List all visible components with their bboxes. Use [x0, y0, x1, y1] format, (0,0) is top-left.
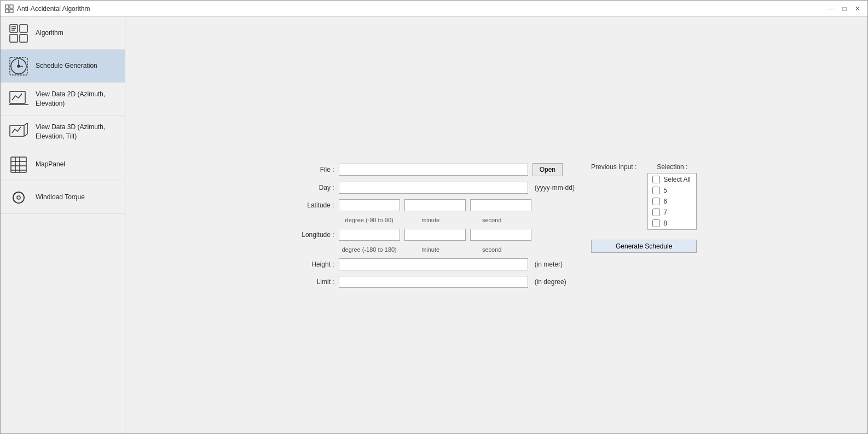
svg-rect-0 — [5, 5, 9, 8]
schedule-generation-icon — [7, 55, 30, 78]
sidebar-item-schedule-label: Schedule Generation — [36, 61, 97, 71]
limit-unit: (in degree) — [535, 278, 566, 286]
algorithm-icon — [7, 22, 30, 45]
close-button[interactable]: ✕ — [852, 3, 863, 14]
checkbox-7[interactable] — [652, 209, 660, 216]
checkbox-row-8: 8 — [652, 219, 692, 227]
file-label: File : — [296, 166, 334, 173]
minimize-button[interactable]: — — [826, 3, 837, 14]
sidebar-item-algorithm-label: Algorithm — [36, 28, 63, 38]
right-panel: Previous Input : Selection : Select All — [591, 163, 697, 253]
longitude-row: Longitude : — [296, 229, 575, 241]
content-area: Algorithm Schedule Generation — [1, 17, 867, 433]
sidebar-item-schedule-generation[interactable]: Schedule Generation — [1, 50, 125, 83]
window-title: Anti-Accidental Algorithm — [17, 5, 90, 13]
svg-rect-7 — [20, 34, 27, 42]
sidebar-item-windload-torque[interactable]: Windload Torque — [1, 181, 125, 214]
sidebar-item-view3d-label: View Data 3D (Azimuth, Elevation, Tilt) — [36, 123, 118, 141]
svg-point-29 — [17, 196, 20, 199]
form-and-selection: File : Open Day : (yyyy-mm-dd) Latitude … — [296, 163, 697, 288]
latitude-label: Latitude : — [296, 201, 334, 209]
lon-sec-sublabel: second — [461, 246, 523, 253]
select-all-label: Select All — [663, 176, 690, 183]
sidebar-item-view-data-2d[interactable]: View Data 2D (Azimuth, Elevation) — [1, 83, 125, 115]
height-input[interactable] — [339, 258, 528, 270]
lon-min-sublabel: minute — [400, 246, 461, 253]
height-row: Height : (in meter) — [296, 258, 575, 270]
selection-label: Selection : — [657, 163, 687, 171]
svg-rect-1 — [10, 5, 13, 8]
sidebar-item-map-label: MapPanel — [36, 160, 65, 169]
select-all-row: Select All — [652, 176, 692, 183]
checkbox-8-label: 8 — [663, 219, 667, 227]
view-data-3d-icon — [7, 120, 30, 143]
svg-line-20 — [24, 134, 27, 136]
selection-box: Select All 5 6 — [647, 173, 697, 230]
longitude-degree-input[interactable] — [339, 229, 400, 241]
file-input[interactable] — [339, 164, 528, 176]
lat-deg-sublabel: degree (-90 to 90) — [339, 217, 400, 223]
sidebar-item-view-data-3d[interactable]: View Data 3D (Azimuth, Elevation, Tilt) — [1, 115, 125, 148]
checkbox-7-label: 7 — [663, 209, 667, 216]
day-hint: (yyyy-mm-dd) — [535, 184, 575, 192]
main-window: Anti-Accidental Algorithm — □ ✕ — [0, 0, 868, 434]
main-panel: File : Open Day : (yyyy-mm-dd) Latitude … — [125, 17, 867, 433]
latitude-degree-input[interactable] — [339, 199, 400, 211]
select-all-checkbox[interactable] — [652, 176, 660, 183]
svg-rect-6 — [10, 34, 18, 42]
latitude-second-input[interactable] — [470, 199, 531, 211]
svg-line-19 — [24, 123, 27, 125]
limit-row: Limit : (in degree) — [296, 276, 575, 288]
sidebar: Algorithm Schedule Generation — [1, 17, 125, 433]
svg-rect-2 — [5, 9, 9, 13]
longitude-minute-input[interactable] — [404, 229, 466, 241]
sidebar-item-windload-label: Windload Torque — [36, 193, 85, 202]
latitude-minute-input[interactable] — [404, 199, 466, 211]
title-bar: Anti-Accidental Algorithm — □ ✕ — [1, 1, 867, 17]
app-icon — [5, 4, 14, 13]
form-fields: File : Open Day : (yyyy-mm-dd) Latitude … — [296, 163, 575, 288]
day-row: Day : (yyyy-mm-dd) — [296, 182, 575, 194]
checkbox-row-5: 5 — [652, 187, 692, 194]
day-label: Day : — [296, 184, 334, 192]
svg-rect-5 — [20, 25, 27, 32]
day-input[interactable] — [339, 182, 528, 194]
previous-input-label: Previous Input : — [591, 163, 642, 171]
checkbox-row-6: 6 — [652, 198, 692, 205]
open-button[interactable]: Open — [533, 163, 563, 176]
checkbox-row-7: 7 — [652, 209, 692, 216]
checkbox-6[interactable] — [652, 198, 660, 205]
longitude-sub-labels: degree (-180 to 180) minute second — [296, 246, 575, 253]
maximize-button[interactable]: □ — [839, 3, 850, 14]
checkbox-5-label: 5 — [663, 187, 667, 194]
lat-min-sublabel: minute — [400, 217, 461, 223]
map-panel-icon — [7, 153, 30, 176]
sidebar-item-view2d-label: View Data 2D (Azimuth, Elevation) — [36, 90, 118, 108]
checkbox-5[interactable] — [652, 187, 660, 194]
longitude-second-input[interactable] — [470, 229, 531, 241]
longitude-label: Longitude : — [296, 231, 334, 239]
limit-input[interactable] — [339, 276, 528, 288]
file-row: File : Open — [296, 163, 575, 176]
latitude-sub-labels: degree (-90 to 90) minute second — [296, 217, 575, 223]
sidebar-item-map-panel[interactable]: MapPanel — [1, 148, 125, 181]
height-unit: (in meter) — [535, 261, 563, 268]
windload-torque-icon — [7, 186, 30, 209]
latitude-row: Latitude : — [296, 199, 575, 211]
limit-label: Limit : — [296, 278, 334, 286]
height-label: Height : — [296, 261, 334, 268]
window-controls: — □ ✕ — [826, 3, 863, 14]
checkbox-8[interactable] — [652, 219, 660, 227]
checkbox-6-label: 6 — [663, 198, 667, 205]
generate-schedule-button[interactable]: Generate Schedule — [591, 240, 697, 253]
lat-sec-sublabel: second — [461, 217, 523, 223]
sidebar-item-algorithm[interactable]: Algorithm — [1, 17, 125, 50]
view-data-2d-icon — [7, 88, 30, 111]
title-bar-left: Anti-Accidental Algorithm — [5, 4, 90, 13]
svg-rect-3 — [10, 9, 13, 13]
lon-deg-sublabel: degree (-180 to 180) — [339, 246, 400, 253]
